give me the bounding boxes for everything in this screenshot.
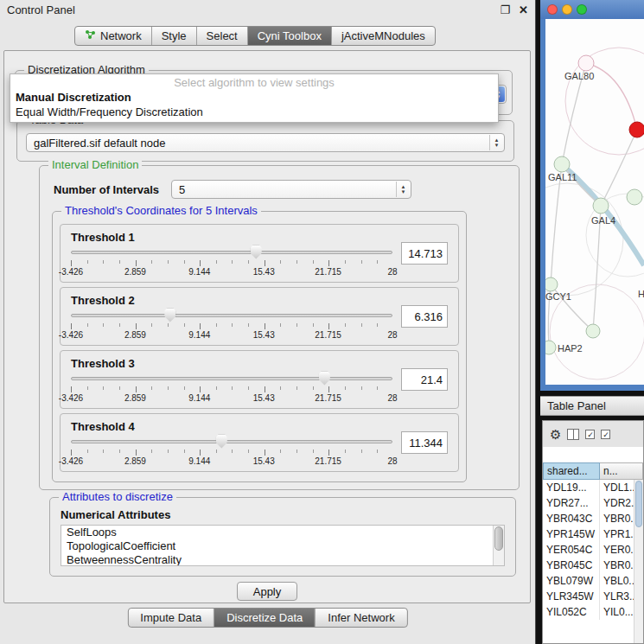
slider-thumb[interactable] xyxy=(251,245,262,259)
table-cell[interactable]: YDR2... xyxy=(600,495,634,511)
tab-jactivemnodules[interactable]: jActiveMNodules xyxy=(332,27,435,45)
table-cell[interactable]: YIL0... xyxy=(600,604,634,620)
column-header-name[interactable]: n... xyxy=(600,462,643,480)
network-canvas[interactable]: GAL80 GAL11 GAL4 GCY1 HAP2 H xyxy=(545,19,644,385)
table-row[interactable]: YDR27... YDR2... xyxy=(543,495,634,511)
threshold-3-value-field[interactable]: 21.4 xyxy=(401,368,448,391)
network-node-gcy1[interactable] xyxy=(545,277,558,291)
network-node-red[interactable] xyxy=(629,122,644,137)
scrollbar-thumb[interactable] xyxy=(635,481,642,527)
table-cell[interactable]: YBR0... xyxy=(600,511,634,526)
table-cell[interactable]: YBR0... xyxy=(600,558,634,573)
threshold-4-slider[interactable] xyxy=(71,434,392,449)
node-label-gal4: GAL4 xyxy=(591,215,615,226)
table-row[interactable]: YDL19... YDL1... xyxy=(543,480,634,495)
select-checkbox-icon[interactable]: ✓ xyxy=(601,430,610,439)
slider-ticks xyxy=(71,260,392,267)
table-row[interactable]: YLR345W YLR3... xyxy=(543,589,634,604)
column-header-shared[interactable]: shared... xyxy=(543,462,600,480)
apply-button[interactable]: Apply xyxy=(237,582,297,601)
list-item[interactable]: SelfLoops xyxy=(61,526,504,539)
table-row[interactable]: YBL079W YBL0... xyxy=(543,573,634,589)
threshold-4-value-field[interactable]: 11.344 xyxy=(401,431,448,454)
network-node[interactable] xyxy=(627,189,642,205)
table-cell[interactable]: YDR27... xyxy=(543,495,600,511)
gear-icon[interactable]: ⚙ xyxy=(550,428,561,441)
threshold-2-slider[interactable] xyxy=(71,308,392,322)
threshold-3-slider[interactable] xyxy=(71,371,392,386)
slider-thumb[interactable] xyxy=(164,309,175,322)
tab-impute-data[interactable]: Impute Data xyxy=(128,609,214,627)
table-cell[interactable]: YBL0... xyxy=(600,573,634,589)
dropdown-option-equal-width[interactable]: Equal Width/Frequency Discretization xyxy=(10,105,498,119)
tab-discretize-data[interactable]: Discretize Data xyxy=(214,609,316,627)
tab-network[interactable]: Network xyxy=(75,27,152,45)
table-cell[interactable]: YER054C xyxy=(543,542,600,558)
slider-track[interactable] xyxy=(71,314,392,317)
slider-track[interactable] xyxy=(71,251,392,254)
tab-cyni-toolbox[interactable]: Cyni Toolbox xyxy=(248,27,332,45)
table-row[interactable]: YPR145W YPR1... xyxy=(543,526,634,542)
thresholds-group: Threshold's Coordinates for 5 Intervals … xyxy=(52,211,467,482)
mac-close-button[interactable] xyxy=(547,4,558,15)
network-graph: GAL80 GAL11 GAL4 GCY1 HAP2 H xyxy=(545,19,644,385)
tick-label: 21.715 xyxy=(315,267,341,277)
combo-stepper-icon[interactable]: ▲ ▼ xyxy=(396,182,410,197)
table-cell[interactable]: YER0... xyxy=(600,542,634,558)
table-cell[interactable]: YIL052C xyxy=(543,604,600,620)
network-node-gal80[interactable] xyxy=(578,55,594,71)
network-node-gal4[interactable] xyxy=(593,198,609,214)
table-row[interactable]: YBR045C YBR0... xyxy=(543,558,634,573)
table-cell[interactable]: YBL079W xyxy=(543,573,600,589)
table-row[interactable]: YER054C YER0... xyxy=(543,542,634,558)
table-cell[interactable]: YDL1... xyxy=(600,480,634,495)
table-cell[interactable]: YLR3... xyxy=(600,589,634,604)
node-label-partial: H xyxy=(638,289,644,299)
node-label-gal11: GAL11 xyxy=(548,172,577,182)
mac-zoom-button[interactable] xyxy=(577,4,587,15)
tab-impute-data-label: Impute Data xyxy=(140,611,201,624)
tab-style[interactable]: Style xyxy=(152,27,197,45)
table-cell[interactable]: YBR045C xyxy=(543,558,600,573)
table-scrollbar[interactable] xyxy=(634,480,643,643)
list-item[interactable]: BetweennessCentrality xyxy=(61,553,504,566)
table-cell[interactable]: YPR1... xyxy=(600,526,634,542)
tab-select[interactable]: Select xyxy=(197,27,248,45)
table-cell[interactable]: YDL19... xyxy=(543,480,600,495)
table-cell[interactable]: YLR345W xyxy=(543,589,600,604)
columns-icon[interactable] xyxy=(567,429,579,440)
dropdown-option-manual-discretization[interactable]: Manual Discretization xyxy=(10,90,498,105)
slider-thumb[interactable] xyxy=(319,372,330,386)
table-panel-header: Table Panel xyxy=(540,396,644,416)
close-icon[interactable]: ✕ xyxy=(519,4,528,16)
table-data-combo[interactable]: galFiltered.sif default node ▲ ▼ xyxy=(26,133,505,152)
threshold-3-box: Threshold 3 -3.426 2.859 9.144 15.43 xyxy=(60,350,459,409)
screen: Control Panel ❐ ✕ Network Styl xyxy=(0,0,644,644)
list-item[interactable]: TopologicalCoefficient xyxy=(61,539,504,553)
tick-label: 21.715 xyxy=(315,456,341,466)
mac-minimize-button[interactable] xyxy=(562,4,572,15)
network-node[interactable] xyxy=(586,324,600,338)
table-header-row: shared... n... xyxy=(543,462,643,480)
number-of-intervals-combo[interactable]: 5 ▲ ▼ xyxy=(171,180,411,199)
threshold-1-slider[interactable] xyxy=(71,245,392,259)
scrollbar-thumb[interactable] xyxy=(494,526,503,551)
table-row[interactable]: YIL052C YIL0... xyxy=(543,604,634,620)
tab-infer-network[interactable]: Infer Network xyxy=(316,609,406,627)
table-cell[interactable]: YBR043C xyxy=(543,511,600,526)
slider-track[interactable] xyxy=(71,377,392,380)
float-window-icon[interactable]: ❐ xyxy=(500,4,510,16)
table-cell[interactable]: YPR145W xyxy=(543,526,600,542)
threshold-2-value-field[interactable]: 6.316 xyxy=(401,305,448,328)
slider-track[interactable] xyxy=(71,440,392,443)
number-of-intervals-value: 5 xyxy=(179,183,185,196)
network-node-hap2[interactable] xyxy=(545,341,556,354)
threshold-1-value-field[interactable]: 14.713 xyxy=(401,242,448,265)
network-node-gal11[interactable] xyxy=(554,156,570,172)
list-scrollbar[interactable] xyxy=(493,526,504,565)
table-row[interactable]: YBR043C YBR0... xyxy=(543,511,634,526)
slider-thumb[interactable] xyxy=(216,435,227,449)
network-icon xyxy=(85,29,96,42)
select-all-checkbox-icon[interactable]: ✓ xyxy=(585,430,595,439)
combo-stepper-icon[interactable]: ▲ ▼ xyxy=(489,135,503,150)
